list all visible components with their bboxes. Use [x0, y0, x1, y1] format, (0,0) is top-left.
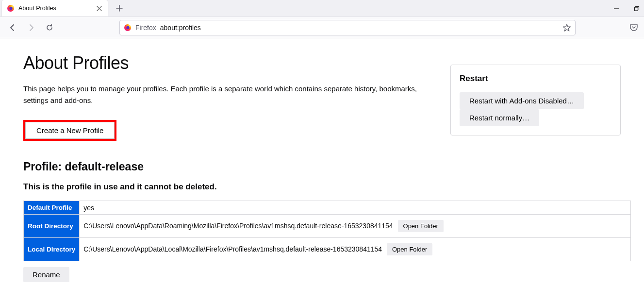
url-text: about:profiles — [160, 24, 559, 32]
profile-table: Default Profile yes Root Directory C:\Us… — [23, 201, 631, 261]
open-folder-button[interactable]: Open Folder — [398, 220, 444, 232]
browser-tab[interactable]: About Profiles — [2, 0, 108, 17]
restart-card: Restart Restart with Add-ons Disabled… R… — [450, 65, 621, 135]
restart-addons-disabled-button[interactable]: Restart with Add-ons Disabled… — [460, 92, 584, 109]
page-heading: About Profiles — [23, 53, 431, 73]
page-subtitle: This page helps you to manage your profi… — [23, 83, 421, 106]
window-controls — [612, 0, 641, 17]
open-folder-button[interactable]: Open Folder — [387, 243, 432, 255]
table-row: Default Profile yes — [24, 201, 631, 215]
firefox-icon — [7, 4, 15, 12]
forward-button[interactable] — [24, 21, 38, 34]
table-row: Local Directory C:\Users\Lenovo\AppData\… — [24, 238, 631, 261]
create-profile-button[interactable]: Create a New Profile — [25, 122, 115, 139]
restart-title: Restart — [460, 74, 611, 84]
pocket-icon[interactable] — [629, 23, 638, 32]
url-bar[interactable]: Firefox about:profiles — [119, 20, 576, 35]
navigation-toolbar: Firefox about:profiles — [0, 17, 644, 38]
row-value: C:\Users\Lenovo\AppData\Roaming\Mozilla\… — [83, 222, 393, 230]
row-label: Local Directory — [24, 238, 80, 261]
table-row: Root Directory C:\Users\Lenovo\AppData\R… — [24, 215, 631, 238]
row-value: yes — [83, 204, 94, 212]
firefox-icon — [124, 24, 132, 32]
tab-title: About Profiles — [18, 5, 91, 12]
svg-point-1 — [9, 7, 12, 10]
close-tab-icon[interactable] — [95, 4, 103, 12]
page-content: About Profiles This page helps you to ma… — [0, 38, 644, 286]
row-label: Default Profile — [24, 201, 80, 215]
svg-rect-2 — [635, 7, 638, 11]
restart-normally-button[interactable]: Restart normally… — [460, 109, 539, 126]
bookmark-star-icon[interactable] — [562, 23, 571, 32]
row-value: C:\Users\Lenovo\AppData\Local\Mozilla\Fi… — [83, 245, 382, 253]
back-button[interactable] — [6, 21, 19, 34]
profile-heading: Profile: default-release — [23, 160, 431, 173]
new-tab-button[interactable] — [113, 1, 126, 15]
profile-in-use-text: This is the profile in use and it cannot… — [23, 182, 431, 192]
rename-button[interactable]: Rename — [23, 267, 69, 282]
minimize-button[interactable] — [612, 4, 621, 13]
identity-label: Firefox — [135, 24, 156, 32]
row-label: Root Directory — [24, 215, 80, 238]
reload-button[interactable] — [43, 21, 56, 34]
highlight-annotation: Create a New Profile — [23, 120, 116, 141]
restore-button[interactable] — [632, 4, 641, 13]
tab-strip: About Profiles — [0, 0, 644, 17]
svg-point-4 — [126, 26, 129, 29]
